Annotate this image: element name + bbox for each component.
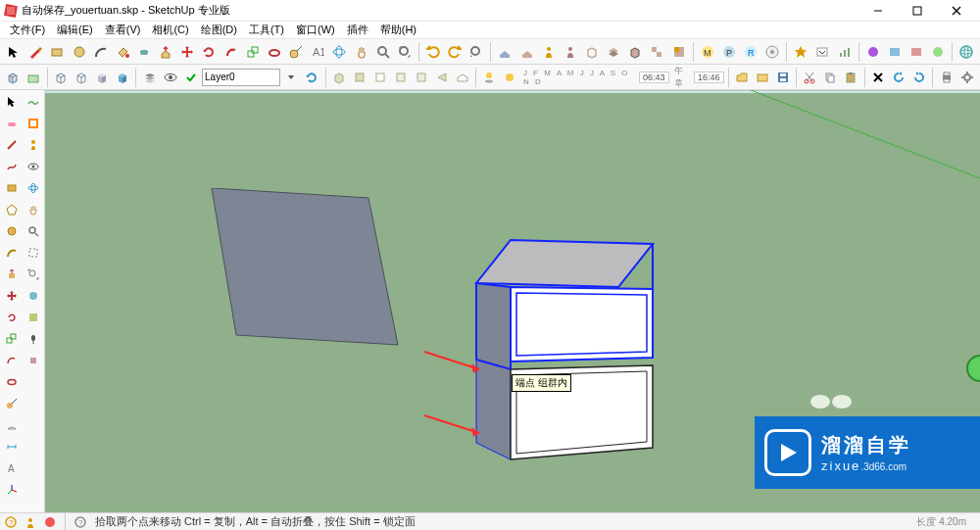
rotate-tool[interactable]	[199, 41, 219, 63]
ground-face[interactable]	[197, 188, 413, 355]
lt-text[interactable]: A	[2, 458, 22, 478]
person-icon[interactable]	[539, 41, 559, 63]
lt-axes[interactable]	[2, 480, 22, 500]
sb-geo-icon[interactable]	[43, 515, 57, 529]
pan-tool[interactable]	[352, 41, 371, 63]
text-tool[interactable]: A1	[308, 41, 327, 63]
box-outline-icon[interactable]	[582, 41, 602, 63]
settings-icon[interactable]	[957, 67, 976, 88]
scale-tool[interactable]	[243, 41, 263, 63]
shadow-toggle-icon[interactable]	[480, 67, 499, 88]
lt-look[interactable]	[24, 157, 43, 176]
menu-edit[interactable]: 编辑(E)	[51, 23, 99, 37]
hidden-line-icon[interactable]	[73, 67, 91, 88]
cabinet-group[interactable]	[452, 232, 682, 462]
shadow-settings-icon[interactable]	[501, 67, 519, 88]
select-tool[interactable]	[4, 41, 24, 63]
lt-protractor[interactable]	[2, 415, 22, 435]
menu-camera[interactable]: 相机(C)	[146, 23, 194, 37]
lt-mic-icon[interactable]	[24, 329, 43, 349]
lt-followme[interactable]	[2, 372, 22, 392]
eraser-tool[interactable]	[134, 41, 154, 63]
plugin-r-icon[interactable]: R	[741, 41, 760, 63]
plugin-m-icon[interactable]: M	[698, 41, 717, 63]
plugin-p-icon[interactable]: P	[719, 41, 739, 63]
menu-plugins[interactable]: 插件	[341, 23, 374, 37]
menu-help[interactable]: 帮助(H)	[374, 23, 422, 37]
previous-view-tool[interactable]	[466, 41, 486, 63]
menu-file[interactable]: 文件(F)	[4, 23, 51, 37]
viewport[interactable]: 端点 组群内 溜溜自学 zixue.3d66.com	[45, 90, 980, 512]
lt-freehand[interactable]	[2, 157, 22, 176]
styles-1[interactable]	[495, 41, 514, 63]
check-icon[interactable]	[181, 67, 200, 88]
eye-icon[interactable]	[161, 67, 179, 88]
delete-icon[interactable]	[869, 67, 888, 88]
rectangle-tool[interactable]	[47, 41, 67, 63]
lt-circle[interactable]	[2, 221, 22, 241]
paste-icon[interactable]	[842, 67, 860, 88]
menu-view[interactable]: 查看(V)	[99, 23, 147, 37]
lt-line[interactable]	[2, 135, 22, 155]
render-2-icon[interactable]	[885, 41, 905, 63]
lt-rotate[interactable]	[2, 308, 22, 327]
redo2-icon[interactable]	[909, 67, 928, 88]
lt-move[interactable]	[2, 286, 22, 306]
view-top-icon[interactable]	[351, 67, 369, 88]
lt-sandbox[interactable]	[24, 92, 43, 112]
view-back-icon[interactable]	[412, 67, 430, 88]
layers-panel-icon[interactable]	[140, 67, 159, 88]
layers-icon[interactable]	[604, 41, 623, 63]
redo-tool[interactable]	[445, 41, 465, 63]
wireframe-icon[interactable]	[52, 67, 71, 88]
lt-section[interactable]	[24, 114, 43, 133]
move-tool[interactable]	[177, 41, 197, 63]
folder-open-icon[interactable]	[732, 67, 751, 88]
sandbox-2-icon[interactable]	[24, 67, 43, 88]
layer-select[interactable]	[202, 69, 280, 86]
copy-icon[interactable]	[821, 67, 840, 88]
maximize-button[interactable]	[898, 0, 937, 22]
save-icon[interactable]	[773, 67, 792, 88]
components-icon[interactable]	[647, 41, 666, 63]
tape-measure-tool[interactable]	[286, 41, 306, 63]
render-3-icon[interactable]	[906, 41, 926, 63]
print-icon[interactable]	[937, 67, 956, 88]
lt-zoom-ext[interactable]	[24, 265, 43, 284]
dropdown-icon[interactable]	[812, 41, 832, 63]
push-pull-tool[interactable]	[156, 41, 175, 63]
plugin-star-icon[interactable]	[791, 41, 810, 63]
view-left-icon[interactable]	[432, 67, 451, 88]
lt-zoom-window[interactable]	[24, 243, 43, 263]
menu-draw[interactable]: 绘图(D)	[195, 23, 243, 37]
layer-dropdown-icon[interactable]	[282, 67, 301, 88]
lt-arc[interactable]	[2, 243, 22, 263]
lt-eraser[interactable]	[2, 114, 22, 133]
lt-pan[interactable]	[24, 200, 43, 219]
sb-help2-icon[interactable]: ?	[74, 515, 87, 529]
circle-tool[interactable]	[69, 41, 88, 63]
zoom-extents-tool[interactable]	[395, 41, 415, 63]
cube-select-icon[interactable]	[625, 41, 645, 63]
sandbox-1-icon[interactable]	[4, 67, 23, 88]
zoom-tool[interactable]	[373, 41, 393, 63]
lt-tape[interactable]	[2, 394, 22, 413]
lt-rect[interactable]	[2, 178, 22, 198]
lt-walk[interactable]	[24, 135, 43, 155]
minimize-button[interactable]	[858, 0, 898, 22]
view-right-icon[interactable]	[391, 67, 410, 88]
menu-tools[interactable]: 工具(T)	[243, 23, 290, 37]
undo2-icon[interactable]	[890, 67, 908, 88]
arc-tool[interactable]	[91, 41, 111, 63]
folder-icon[interactable]	[753, 67, 771, 88]
browser-icon[interactable]	[956, 41, 976, 63]
textured-icon[interactable]	[113, 67, 131, 88]
menu-window[interactable]: 窗口(W)	[290, 23, 341, 37]
follow-me-tool[interactable]	[265, 41, 284, 63]
lt-orbit[interactable]	[24, 178, 43, 198]
lt-misc-4[interactable]	[24, 351, 43, 370]
refresh-icon[interactable]	[303, 67, 321, 88]
sb-help-icon[interactable]: ?	[4, 515, 18, 529]
lt-scale[interactable]	[2, 329, 22, 349]
view-extra-icon[interactable]	[453, 67, 471, 88]
